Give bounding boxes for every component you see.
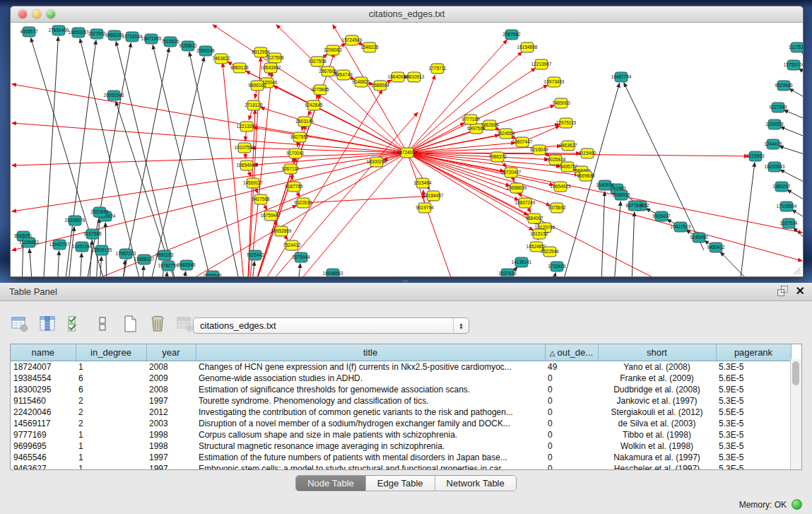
network-canvas[interactable]: 4905577276914061065328715270026466160107…: [11, 23, 803, 276]
graph-node[interactable]: 7515526: [161, 37, 180, 47]
table-cell-short[interactable]: Hescheler et al. (1997): [598, 463, 716, 470]
column-header-out_degree[interactable]: △out_de...: [545, 344, 598, 361]
panel-divider-grip[interactable]: [401, 279, 411, 284]
table-cell-short[interactable]: de Silva et al. (2003): [598, 418, 716, 429]
table-cell-name[interactable]: 18300295: [11, 384, 76, 395]
graph-node[interactable]: 14569117: [243, 178, 264, 188]
graph-node[interactable]: 15184457: [423, 191, 444, 201]
table-cell-short[interactable]: Tibbo et al. (1998): [598, 429, 716, 440]
column-header-pagerank[interactable]: pagerank: [716, 344, 791, 361]
graph-node[interactable]: 8454749: [334, 70, 353, 80]
graph-node[interactable]: 2522544: [541, 247, 559, 257]
graph-node[interactable]: 9896163: [248, 81, 266, 90]
graph-node[interactable]: 9450412: [707, 243, 725, 252]
graph-node[interactable]: 17957223: [116, 249, 136, 259]
tab-node-table[interactable]: Node Table: [296, 476, 366, 491]
column-header-short[interactable]: short: [598, 344, 716, 361]
graph-node[interactable]: 4905577: [20, 27, 38, 37]
table-cell-name[interactable]: 9465546: [11, 452, 76, 463]
graph-node[interactable]: 9465546: [177, 260, 196, 270]
table-cell-name[interactable]: 9463627: [11, 463, 76, 470]
table-cell-year[interactable]: 2003: [146, 418, 196, 429]
table-cell-title[interactable]: Structural magnetic resonance image aver…: [196, 440, 545, 452]
table-cell-pagerank[interactable]: 5.6E-5: [716, 373, 791, 384]
graph-node[interactable]: 9915437: [652, 211, 671, 221]
graph-node[interactable]: 7625442: [246, 250, 264, 260]
graph-node[interactable]: 9699646: [204, 271, 222, 276]
table-row[interactable]: 1456911722003Disruption of a novel membe…: [11, 418, 791, 429]
graph-node[interactable]: 6466160: [105, 30, 124, 40]
graph-node[interactable]: 9155812: [179, 41, 197, 51]
table-cell-title[interactable]: Investigating the contribution of common…: [196, 407, 545, 418]
graph-node[interactable]: 9197588: [83, 229, 102, 239]
close-panel-icon[interactable]: ✕: [796, 286, 805, 297]
graph-node[interactable]: 9227349: [769, 103, 787, 112]
graph-node[interactable]: 9245450: [690, 233, 708, 243]
table-cell-name[interactable]: 14569117: [11, 418, 76, 429]
graph-node[interactable]: 10952869: [271, 226, 292, 236]
graph-node[interactable]: 9684067: [525, 214, 543, 223]
table-cell-short[interactable]: Jankovic et al. (1997): [598, 395, 716, 407]
graph-node[interactable]: 9375692: [548, 203, 566, 213]
table-cell-name[interactable]: 9115460: [11, 395, 76, 407]
graph-node[interactable]: 19654923: [551, 182, 571, 192]
table-cell-in_degree[interactable]: 6: [76, 384, 146, 395]
table-cell-pagerank[interactable]: 5.3E-5: [716, 429, 791, 440]
graph-node[interactable]: 7485063: [552, 98, 570, 108]
graph-node[interactable]: 10417519: [671, 222, 691, 232]
table-cell-name[interactable]: 22420046: [11, 407, 76, 418]
graph-node[interactable]: 1209358: [765, 119, 784, 129]
delete-columns-button[interactable]: [148, 314, 167, 334]
table-settings-button[interactable]: [10, 314, 30, 334]
table-cell-pagerank[interactable]: 5.3E-5: [716, 418, 791, 429]
graph-node[interactable]: 1775711: [429, 64, 447, 74]
column-header-title[interactable]: title: [196, 344, 545, 361]
graph-node[interactable]: 20053346: [104, 90, 124, 100]
table-row[interactable]: 1830029562008Estimation of significance …: [11, 384, 791, 395]
table-row[interactable]: 946362711997Embryonic stem cells: a mode…: [11, 463, 791, 470]
table-cell-short[interactable]: Stergiakouli et al. (2012): [598, 407, 716, 418]
graph-node[interactable]: 9127508: [266, 53, 284, 63]
row-check-button[interactable]: [65, 314, 85, 334]
graph-node[interactable]: 9327508: [308, 57, 326, 66]
graph-node[interactable]: 10688639: [507, 183, 527, 193]
graph-node[interactable]: 18300295: [367, 157, 387, 167]
table-cell-in_degree[interactable]: 2: [76, 407, 146, 418]
graph-node[interactable]: 10807447: [512, 137, 533, 147]
table-cell-in_degree[interactable]: 6: [76, 373, 146, 384]
table-row[interactable]: 969969511998Structural magnetic resonanc…: [11, 440, 791, 452]
tab-edge-table[interactable]: Edge Table: [366, 476, 435, 491]
table-cell-in_degree[interactable]: 2: [76, 418, 146, 429]
table-cell-out_degree[interactable]: 0: [545, 418, 598, 429]
table-cell-pagerank[interactable]: 5.3E-5: [716, 440, 791, 452]
graph-node[interactable]: 10653287: [69, 28, 89, 37]
graph-node[interactable]: 16948563: [323, 269, 343, 276]
graph-node[interactable]: 5938938: [612, 190, 630, 200]
graph-node[interactable]: 6877890: [625, 201, 644, 211]
graph-node[interactable]: 9699695: [577, 171, 595, 181]
graph-node[interactable]: 9619794: [416, 203, 434, 213]
graph-node[interactable]: 1640934: [596, 180, 614, 190]
table-cell-in_degree[interactable]: 1: [76, 429, 146, 440]
graph-node[interactable]: 1167534: [780, 218, 798, 228]
table-cell-short[interactable]: Wolkin et al. (1998): [598, 440, 716, 452]
table-cell-out_degree[interactable]: 0: [545, 407, 598, 418]
table-cell-year[interactable]: 1997: [146, 452, 196, 463]
table-cell-out_degree[interactable]: 0: [545, 429, 598, 440]
graph-node[interactable]: 1615152: [530, 229, 548, 239]
table-cell-out_degree[interactable]: 0: [545, 440, 598, 452]
table-cell-year[interactable]: 1997: [146, 463, 196, 470]
table-row[interactable]: 2242004622012Investigating the contribut…: [11, 407, 791, 418]
graph-node[interactable]: 1637436: [498, 269, 517, 276]
graph-node[interactable]: 6216049: [530, 145, 548, 155]
table-cell-title[interactable]: Changes of HCN gene expression and I(f) …: [196, 361, 545, 373]
table-cell-in_degree[interactable]: 1: [76, 463, 146, 470]
graph-node[interactable]: 19610913: [404, 72, 425, 82]
table-scrollbar[interactable]: [790, 359, 801, 469]
table-cell-pagerank[interactable]: 5.3E-5: [716, 463, 791, 470]
table-cell-short[interactable]: Dudbridge et al. (2008): [598, 384, 716, 395]
table-cell-pagerank[interactable]: 5.3E-5: [716, 361, 791, 373]
table-cell-name[interactable]: 18724007: [11, 361, 76, 373]
graph-node[interactable]: 9242845: [305, 100, 323, 110]
table-cell-title[interactable]: Disruption of a novel member of a sodium…: [196, 418, 545, 429]
